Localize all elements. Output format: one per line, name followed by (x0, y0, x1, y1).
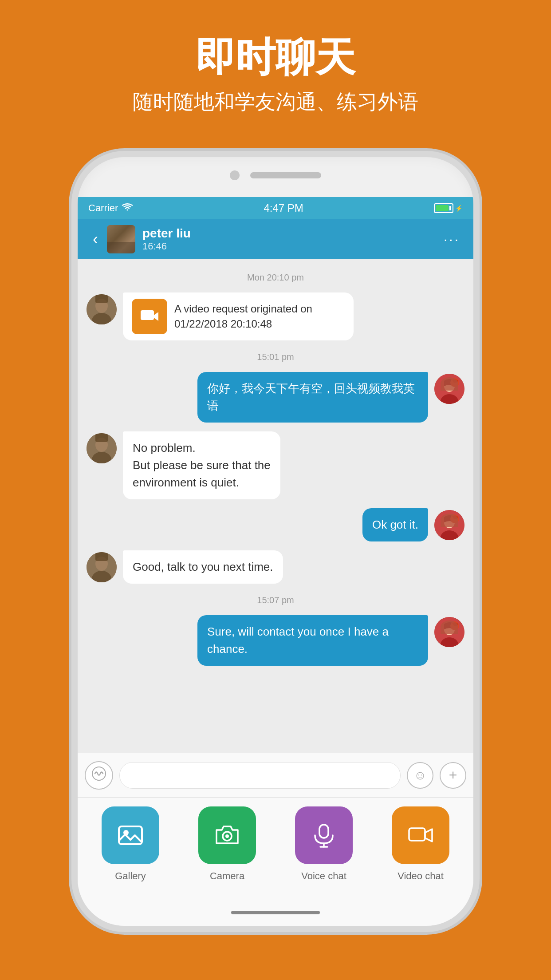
front-camera-dot (230, 170, 240, 180)
svg-marker-5 (154, 312, 158, 321)
avatar (434, 510, 464, 540)
volume-down-button (73, 361, 78, 397)
voicechat-action[interactable]: Voice chat (286, 806, 362, 882)
sent-bubble: 你好，我今天下午有空，回头视频教我英语 (197, 372, 428, 423)
video-icon-box2 (392, 806, 449, 864)
video-icon-box (132, 299, 167, 334)
video-request-bubble: A video request originated on 01/22/2018… (123, 292, 354, 340)
svg-point-9 (450, 378, 459, 387)
more-options-button[interactable]: ··· (439, 227, 464, 251)
videochat-label: Video chat (398, 870, 444, 882)
timestamp-3: 15:07 pm (78, 595, 473, 605)
gallery-label: Gallery (115, 870, 146, 882)
svg-rect-13 (95, 433, 108, 442)
phone-camera-area (230, 170, 321, 180)
videochat-action[interactable]: Video chat (383, 806, 458, 882)
avatar (87, 433, 117, 463)
message-row: Sure, will contact you once I have a cha… (78, 612, 473, 668)
svg-point-7 (444, 380, 455, 392)
timestamp-2: 15:01 pm (78, 352, 473, 362)
svg-point-25 (450, 621, 459, 630)
phone-bottom (78, 899, 473, 926)
contact-avatar-image (107, 225, 135, 253)
svg-marker-35 (425, 829, 432, 842)
volume-up-button (73, 312, 78, 348)
received-bubble: No problem.But please be sure that theen… (123, 431, 280, 499)
smiley-icon: ☺ (414, 768, 427, 782)
contact-last-seen: 16:46 (142, 241, 439, 252)
status-time: 4:47 PM (133, 202, 434, 214)
header-section: 即时聊天 随时随地和学友沟通、练习外语 (0, 0, 551, 134)
action-bar: Gallery Camera (78, 797, 473, 899)
svg-rect-31 (319, 825, 328, 838)
power-button (473, 335, 478, 392)
svg-point-26 (92, 767, 106, 780)
svg-point-15 (444, 517, 455, 528)
svg-rect-34 (409, 828, 425, 841)
input-bar: ☺ + (78, 753, 473, 797)
message-row: Ok got it. (78, 506, 473, 544)
gallery-action[interactable]: Gallery (93, 806, 168, 882)
message-row: Good, talk to you next time. (78, 548, 473, 586)
add-button[interactable]: + (440, 762, 466, 789)
svg-point-30 (225, 834, 229, 838)
camera-label: Camera (210, 870, 244, 882)
carrier-info: Carrier (88, 202, 133, 214)
chat-area[interactable]: Mon 20:10 pm (78, 259, 473, 797)
battery-bar (434, 203, 453, 213)
svg-rect-21 (95, 552, 108, 561)
message-row: No problem.But please be sure that theen… (78, 429, 473, 502)
battery-fill (436, 205, 449, 211)
battery-tip (449, 206, 451, 210)
charging-icon: ⚡ (455, 205, 463, 212)
wifi-icon (122, 203, 133, 214)
avatar (87, 294, 117, 324)
svg-rect-27 (119, 826, 142, 844)
received-bubble: Good, talk to you next time. (123, 550, 283, 584)
emoji-button[interactable]: ☺ (407, 762, 433, 789)
nav-bar: ‹ peter liu 16:46 ··· (78, 219, 473, 259)
avatar (434, 617, 464, 647)
avatar (87, 552, 117, 582)
message-input[interactable] (119, 762, 401, 789)
camera-icon-box (198, 806, 256, 864)
camera-action[interactable]: Camera (189, 806, 265, 882)
carrier-label: Carrier (88, 202, 118, 214)
contact-avatar (107, 225, 135, 253)
phone-body: Carrier 4:47 PM ⚡ (71, 151, 480, 932)
sent-bubble: Sure, will contact you once I have a cha… (197, 615, 428, 666)
header-subtitle: 随时随地和学友沟通、练习外语 (0, 88, 551, 116)
svg-point-17 (450, 514, 459, 523)
avatar (434, 374, 464, 404)
svg-rect-3 (95, 294, 108, 303)
sent-bubble: Ok got it. (362, 508, 428, 541)
status-bar: Carrier 4:47 PM ⚡ (78, 197, 473, 219)
phone-speaker (250, 172, 321, 178)
message-row: 你好，我今天下午有空，回头视频教我英语 (78, 369, 473, 425)
contact-username: peter liu (142, 226, 439, 241)
message-row: A video request originated on 01/22/2018… (78, 290, 473, 343)
gallery-icon-box (102, 806, 159, 864)
chat-scroll: Mon 20:10 pm (78, 259, 473, 676)
svg-point-23 (444, 624, 455, 635)
home-indicator (231, 911, 320, 914)
battery-indicator: ⚡ (434, 203, 463, 213)
timestamp-1: Mon 20:10 pm (78, 273, 473, 283)
video-request-text: A video request originated on 01/22/2018… (174, 301, 345, 331)
contact-info: peter liu 16:46 (142, 226, 439, 252)
phone-mockup: Carrier 4:47 PM ⚡ (71, 151, 480, 932)
voice-input-button[interactable] (85, 761, 113, 790)
voicechat-label: Voice chat (301, 870, 346, 882)
plus-icon: + (449, 767, 457, 783)
voice-icon-box (295, 806, 353, 864)
svg-rect-4 (141, 310, 154, 320)
header-title: 即时聊天 (0, 36, 551, 79)
wave-icon (91, 766, 106, 784)
back-button[interactable]: ‹ (87, 225, 104, 253)
